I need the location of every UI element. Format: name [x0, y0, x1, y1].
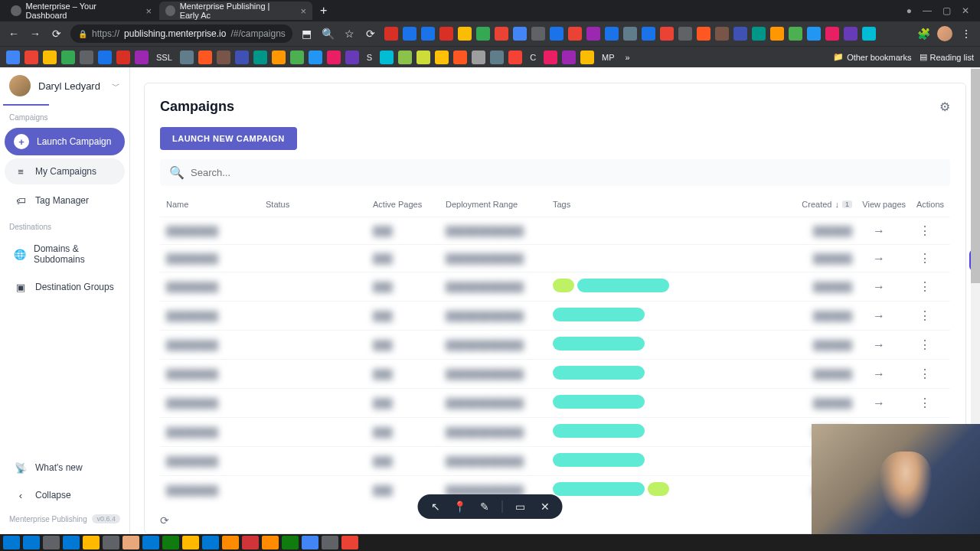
table-row[interactable]: ████████ ███ ████████████ ██████ → ⋮	[160, 388, 950, 417]
row-actions-button[interactable]: ⋮	[919, 338, 931, 351]
bookmark-icon[interactable]	[416, 51, 430, 64]
col-tags[interactable]: Tags	[553, 200, 768, 209]
taskbar-app[interactable]	[23, 536, 40, 549]
back-button[interactable]: ←	[6, 28, 21, 40]
bookmark-icon[interactable]	[380, 51, 394, 64]
extension-icon[interactable]	[770, 27, 784, 41]
taskbar-app[interactable]	[83, 536, 100, 549]
table-row[interactable]: ████████ ███ ████████████ ██████ → ⋮	[160, 330, 950, 359]
search-input[interactable]	[191, 167, 941, 178]
sidebar-item-whats-new[interactable]: 📡 What's new	[5, 455, 125, 481]
reload-button[interactable]: ⟳	[49, 28, 64, 40]
extension-icon[interactable]	[476, 27, 490, 41]
bookmark-icon[interactable]	[453, 51, 467, 64]
bookmark-icon[interactable]	[327, 51, 341, 64]
maximize-icon[interactable]: ▢	[942, 5, 951, 16]
extension-icon[interactable]	[403, 27, 416, 41]
reading-list-button[interactable]: ▤ Reading list	[920, 52, 974, 62]
extension-icon[interactable]	[439, 27, 453, 41]
pointer-tool-icon[interactable]: ↖	[429, 500, 443, 513]
view-pages-button[interactable]: →	[873, 224, 885, 237]
bookmark-icon[interactable]	[345, 51, 359, 64]
bookmark-icon[interactable]	[135, 51, 149, 64]
bookmark-icon[interactable]	[180, 51, 194, 64]
extension-icon[interactable]	[825, 27, 839, 41]
taskbar-app[interactable]	[63, 536, 80, 549]
col-deployment-range[interactable]: Deployment Range	[446, 200, 553, 209]
reload-ext-icon[interactable]: ⟳	[363, 28, 378, 40]
row-actions-button[interactable]: ⋮	[919, 367, 931, 380]
taskbar-app[interactable]	[341, 536, 358, 549]
extension-icon[interactable]	[384, 27, 398, 41]
bookmark-icon[interactable]	[435, 51, 449, 64]
taskbar-app[interactable]	[122, 536, 139, 549]
new-tab-button[interactable]: +	[314, 4, 333, 18]
bookmark-icon[interactable]	[490, 51, 504, 64]
view-pages-button[interactable]: →	[873, 252, 885, 265]
view-pages-button[interactable]: →	[873, 309, 885, 322]
taskbar-app[interactable]	[262, 536, 279, 549]
bookmark-icon[interactable]	[472, 51, 485, 64]
row-actions-button[interactable]: ⋮	[919, 224, 931, 237]
taskbar-app[interactable]	[103, 536, 119, 549]
taskbar-app[interactable]	[142, 536, 159, 549]
star-icon[interactable]: ☆	[341, 28, 357, 40]
extension-icon[interactable]	[568, 27, 582, 41]
view-pages-button[interactable]: →	[873, 338, 885, 351]
extension-icon[interactable]	[531, 27, 545, 41]
record-icon[interactable]: ●	[906, 5, 912, 16]
sidebar-item-my-campaigns[interactable]: ≡ My Campaigns	[5, 158, 125, 184]
taskbar-app[interactable]	[222, 536, 239, 549]
taskbar-app[interactable]	[302, 536, 318, 549]
bookmark-icon[interactable]	[217, 51, 230, 64]
webcam-overlay[interactable]	[812, 424, 980, 534]
extension-icon[interactable]	[605, 27, 619, 41]
close-toolbar-icon[interactable]: ✕	[538, 500, 552, 513]
extension-icon[interactable]	[421, 27, 435, 41]
start-button[interactable]	[3, 536, 20, 549]
taskbar-app[interactable]	[43, 536, 60, 549]
bookmark-icon[interactable]	[398, 51, 412, 64]
extension-icon[interactable]	[660, 27, 674, 41]
taskbar-app[interactable]	[242, 536, 259, 549]
view-pages-button[interactable]: →	[873, 367, 885, 380]
taskbar-app[interactable]	[202, 536, 219, 549]
bookmark-icon[interactable]	[116, 51, 130, 64]
bookmarks-overflow[interactable]: »	[622, 53, 633, 62]
bookmark-icon[interactable]	[6, 51, 20, 64]
bookmark-icon[interactable]	[43, 51, 57, 64]
bookmark-icon[interactable]	[290, 51, 304, 64]
extension-icon[interactable]	[513, 27, 527, 41]
extension-icon[interactable]	[862, 27, 876, 41]
extension-icon[interactable]	[752, 27, 766, 41]
extension-icon[interactable]	[678, 27, 692, 41]
bookmark-label[interactable]: SSL	[153, 53, 175, 62]
bookmark-icon[interactable]	[253, 51, 267, 64]
extension-icon[interactable]	[458, 27, 472, 41]
minimize-icon[interactable]: —	[923, 5, 932, 16]
pen-tool-icon[interactable]: ✎	[478, 500, 492, 513]
extension-icon[interactable]	[642, 27, 655, 41]
bookmark-icon[interactable]	[309, 51, 322, 64]
extensions-icon[interactable]: 🧩	[916, 28, 931, 40]
bookmark-label[interactable]: S	[364, 53, 375, 62]
col-active-pages[interactable]: Active Pages	[373, 200, 446, 209]
extension-icon[interactable]	[733, 27, 747, 41]
sidebar-item-destination-groups[interactable]: ▣ Destination Groups	[5, 274, 125, 300]
launch-new-campaign-button[interactable]: LAUNCH NEW CAMPAIGN	[160, 127, 297, 150]
extension-icon[interactable]	[586, 27, 600, 41]
table-row[interactable]: ████████ ███ ████████████ ██████ → ⋮	[160, 217, 950, 244]
close-window-icon[interactable]: ✕	[962, 5, 969, 16]
extension-icon[interactable]	[697, 27, 710, 41]
close-icon[interactable]: ×	[300, 5, 306, 17]
taskbar-app[interactable]	[162, 536, 179, 549]
bookmark-icon[interactable]	[508, 51, 522, 64]
bookmark-icon[interactable]	[235, 51, 249, 64]
browser-tab-active[interactable]: Menterprise Publishing | Early Ac ×	[159, 2, 312, 20]
launch-campaign-button[interactable]: + Launch Campaign	[5, 128, 125, 155]
pin-tool-icon[interactable]: 📍	[453, 500, 467, 513]
browser-tab[interactable]: Menterprise – Your Dashboard ×	[5, 2, 158, 20]
taskbar-app[interactable]	[182, 536, 199, 549]
screen-tool-icon[interactable]: ▭	[514, 500, 528, 513]
extension-icon[interactable]	[844, 27, 858, 41]
